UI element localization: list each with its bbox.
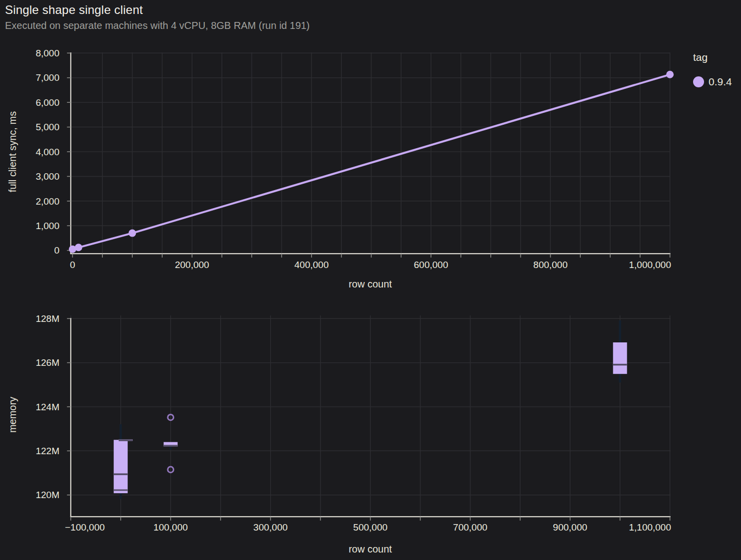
data-point[interactable] <box>666 71 674 78</box>
y-tick-label: 1,000 <box>35 221 59 231</box>
legend-swatch-icon <box>693 76 704 87</box>
x-tick-label: 1,100,000 <box>629 522 671 533</box>
y-tick-label: 6,000 <box>35 97 59 108</box>
y-axis-title: full client sync, ms <box>7 111 18 192</box>
box[interactable] <box>613 342 627 374</box>
y-tick-label: 0 <box>54 245 59 256</box>
y-tick-label: 8,000 <box>35 48 59 58</box>
x-axis-title: row count <box>349 544 392 555</box>
x-tick-label: 100,000 <box>153 522 188 533</box>
x-tick-label: 0 <box>70 260 75 270</box>
x-tick-label: 1,000,000 <box>629 260 671 270</box>
y-tick-label: 4,000 <box>35 147 59 157</box>
x-tick-label: 700,000 <box>453 522 487 533</box>
x-tick-label: 800,000 <box>533 260 568 270</box>
x-tick-label: 500,000 <box>353 522 387 533</box>
y-tick-label: 128M <box>35 313 59 324</box>
page-title: Single shape single client <box>5 2 310 17</box>
y-tick-label: 122M <box>35 446 59 456</box>
x-tick-label: 400,000 <box>295 260 329 270</box>
x-axis-title: row count <box>349 279 392 289</box>
y-tick-label: 5,000 <box>35 122 59 132</box>
page-subtitle: Executed on separate machines with 4 vCP… <box>5 19 310 32</box>
legend-item-label: 0.9.4 <box>709 76 732 88</box>
legend-title: tag <box>693 51 732 63</box>
legend: tag 0.9.4 <box>693 51 732 88</box>
box[interactable] <box>114 440 128 493</box>
x-tick-label: 900,000 <box>553 522 587 533</box>
x-tick-label: 300,000 <box>253 522 288 533</box>
data-point[interactable] <box>75 244 82 251</box>
y-tick-label: 126M <box>35 357 59 368</box>
benchmark-dashboard: Single shape single client Executed on s… <box>0 0 741 560</box>
y-tick-label: 7,000 <box>35 72 59 83</box>
y-axis-title: memory <box>7 397 18 433</box>
data-point[interactable] <box>128 230 136 237</box>
y-tick-label: 3,000 <box>35 171 59 182</box>
y-tick-label: 120M <box>35 490 59 500</box>
x-tick-label: 200,000 <box>175 260 209 270</box>
charts-canvas: 0200,000400,000600,000800,0001,000,00001… <box>0 0 741 560</box>
legend-item-0-9-4[interactable]: 0.9.4 <box>693 76 732 88</box>
x-tick-label: 600,000 <box>414 260 448 270</box>
y-tick-label: 2,000 <box>35 196 59 207</box>
y-tick-label: 124M <box>35 402 59 412</box>
x-tick-label: −100,000 <box>65 522 105 533</box>
chart-header: Single shape single client Executed on s… <box>5 2 310 32</box>
